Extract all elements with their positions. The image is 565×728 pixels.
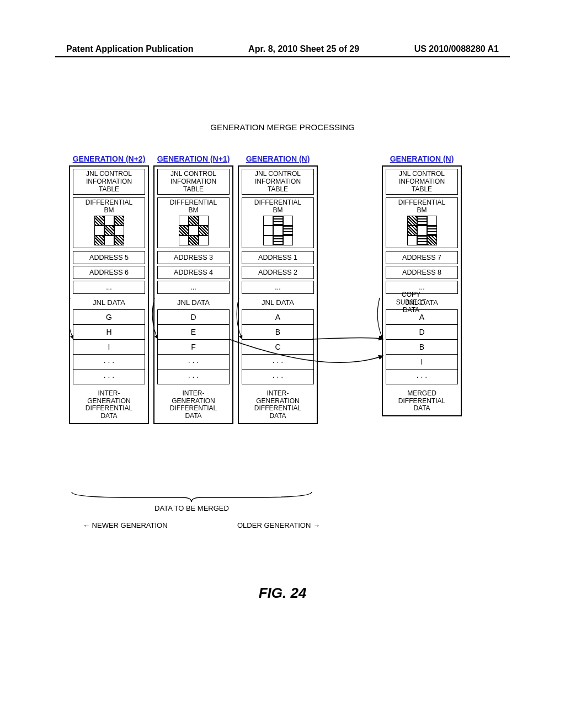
bm-cell [94, 235, 104, 245]
bm-cell [283, 216, 293, 226]
page-header: Patent Application Publication Apr. 8, 2… [0, 44, 565, 54]
gen-label: GENERATION (N+2) [73, 154, 146, 163]
bm-cell [199, 226, 209, 235]
bm-cell [407, 226, 417, 235]
jnl-data-row: · · · [386, 370, 458, 384]
bm-cell [407, 235, 417, 245]
bm-cell [417, 216, 427, 226]
gen-box: JNL CONTROL INFORMATION TABLE DIFFERENTI… [238, 165, 318, 424]
bm-cell [273, 216, 283, 226]
differential-bm: DIFFERENTIAL BM [242, 197, 314, 248]
bm-label: DIFFERENTIAL BM [244, 199, 311, 213]
bm-cell [189, 226, 199, 235]
address: ADDRESS 6 [73, 266, 145, 279]
column-footer: INTER- GENERATION DIFFERENTIAL DATA [157, 390, 230, 420]
jnl-data-row: · · · [73, 370, 145, 384]
jnl-control-table: JNL CONTROL INFORMATION TABLE [386, 169, 458, 195]
address: ADDRESS 2 [242, 266, 314, 279]
gen-label: GENERATION (N+1) [157, 154, 230, 163]
copy-subject-label: COPY SUBJECT DATA [392, 291, 430, 314]
jnl-data-row: G [73, 309, 145, 325]
bm-cell [427, 216, 437, 226]
generation-column-n2: GENERATION (N+2) JNL CONTROL INFORMATION… [69, 154, 149, 424]
older-generation-label: OLDER GENERATION → [237, 521, 320, 529]
diagram-title: GENERATION MERGE PROCESSING [0, 122, 565, 132]
bm-cell [273, 226, 283, 235]
bm-cell [407, 216, 417, 226]
bm-cell [189, 235, 199, 245]
address-list: ADDRESS 1 ADDRESS 2 ... [242, 251, 314, 294]
address: ADDRESS 4 [157, 266, 230, 279]
address-list: ADDRESS 7 ADDRESS 8 ... [386, 251, 458, 294]
jnl-data-row: · · · [242, 370, 314, 384]
bm-cell [199, 235, 209, 245]
differential-bm: DIFFERENTIAL BM [73, 197, 145, 248]
generation-direction-row: ← NEWER GENERATION OLDER GENERATION → [83, 521, 320, 529]
bm-grid [263, 216, 293, 245]
jnl-data-row: H [73, 325, 145, 340]
jnl-control-table: JNL CONTROL INFORMATION TABLE [242, 169, 314, 195]
address: ... [73, 281, 145, 294]
jnl-data-row: A [242, 309, 314, 325]
jnl-data-row: B [386, 340, 458, 355]
jnl-data-list: A D B I · · · [386, 309, 458, 384]
bm-cell [273, 235, 283, 245]
column-footer: INTER- GENERATION DIFFERENTIAL DATA [73, 390, 145, 420]
jnl-data-list: D E F · · · · · · [157, 309, 230, 384]
jnl-data-row: F [157, 340, 230, 355]
header-rule [55, 56, 510, 57]
jnl-data-row: · · · [157, 370, 230, 384]
header-right: US 2010/0088280 A1 [414, 44, 499, 54]
address-list: ADDRESS 3 ADDRESS 4 ... [157, 251, 230, 294]
differential-bm: DIFFERENTIAL BM [386, 197, 458, 248]
bm-grid [407, 216, 437, 245]
jnl-data-list: A B C · · · · · · [242, 309, 314, 384]
bm-cell [263, 216, 273, 226]
column-footer: MERGED DIFFERENTIAL DATA [386, 390, 458, 413]
bm-cell [427, 235, 437, 245]
bm-label: DIFFERENTIAL BM [388, 199, 455, 213]
bm-cell [114, 216, 124, 226]
jnl-data-label: JNL DATA [242, 298, 314, 307]
jnl-data-row: D [386, 325, 458, 340]
header-left: Patent Application Publication [66, 44, 194, 54]
jnl-control-table: JNL CONTROL INFORMATION TABLE [157, 169, 230, 195]
address: ... [157, 281, 230, 294]
spacer [322, 154, 377, 424]
generation-column-n: GENERATION (N) JNL CONTROL INFORMATION T… [238, 154, 318, 424]
newer-generation-label: ← NEWER GENERATION [83, 521, 168, 529]
bm-cell [283, 226, 293, 235]
jnl-data-row: I [73, 340, 145, 355]
brace-icon [69, 491, 315, 503]
bm-cell [427, 226, 437, 235]
bm-grid [179, 216, 209, 245]
bm-label: DIFFERENTIAL BM [76, 199, 142, 213]
jnl-data-row: D [157, 309, 230, 325]
bm-cell [283, 235, 293, 245]
jnl-data-row: · · · [157, 355, 230, 370]
address: ... [242, 281, 314, 294]
bm-cell [189, 216, 199, 226]
bm-cell [104, 226, 114, 235]
brace-label: DATA TO BE MERGED [69, 504, 315, 512]
gen-label: GENERATION (N) [246, 154, 310, 163]
merge-brace: DATA TO BE MERGED [69, 491, 315, 512]
address: ADDRESS 3 [157, 251, 230, 264]
gen-box: JNL CONTROL INFORMATION TABLE DIFFERENTI… [153, 165, 233, 424]
bm-cell [263, 235, 273, 245]
address: ADDRESS 1 [242, 251, 314, 264]
column-footer: INTER- GENERATION DIFFERENTIAL DATA [242, 390, 314, 420]
address: ADDRESS 5 [73, 251, 145, 264]
generation-column-n1: GENERATION (N+1) JNL CONTROL INFORMATION… [153, 154, 233, 424]
bm-cell [94, 216, 104, 226]
bm-cell [199, 216, 209, 226]
generation-column-merged: GENERATION (N) JNL CONTROL INFORMATION T… [382, 154, 462, 424]
bm-cell [263, 226, 273, 235]
bm-cell [114, 235, 124, 245]
differential-bm: DIFFERENTIAL BM [157, 197, 230, 248]
jnl-data-row: E [157, 325, 230, 340]
columns: GENERATION (N+2) JNL CONTROL INFORMATION… [69, 154, 499, 424]
jnl-data-row: C [242, 340, 314, 355]
bm-cell [94, 226, 104, 235]
jnl-data-row: · · · [242, 355, 314, 370]
